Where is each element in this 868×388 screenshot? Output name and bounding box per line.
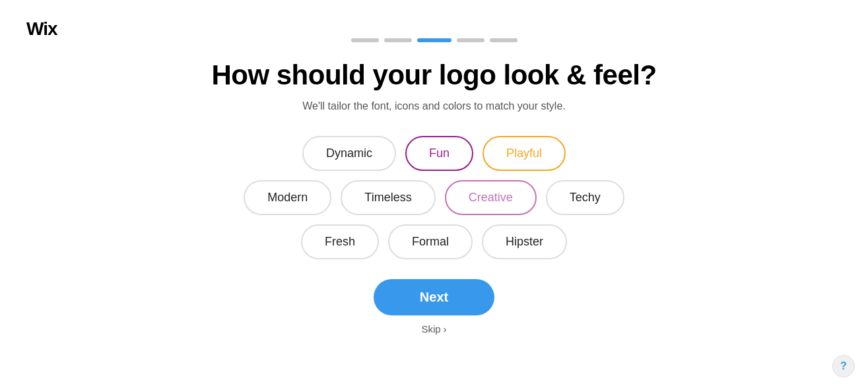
progress-step-1	[351, 38, 379, 42]
next-button[interactable]: Next	[374, 279, 494, 315]
progress-step-5	[490, 38, 517, 42]
options-row-1: Dynamic Fun Playful	[302, 136, 566, 171]
option-techy[interactable]: Techy	[546, 180, 624, 215]
option-timeless[interactable]: Timeless	[341, 180, 435, 215]
progress-step-3	[417, 38, 451, 42]
options-row-3: Fresh Formal Hipster	[301, 224, 567, 259]
option-formal[interactable]: Formal	[388, 224, 473, 259]
option-playful[interactable]: Playful	[483, 136, 566, 171]
option-dynamic[interactable]: Dynamic	[302, 136, 396, 171]
skip-link[interactable]: Skip ›	[421, 323, 446, 335]
option-modern[interactable]: Modern	[244, 180, 331, 215]
skip-label: Skip	[421, 323, 440, 335]
option-fresh[interactable]: Fresh	[301, 224, 379, 259]
options-row-2: Modern Timeless Creative Techy	[244, 180, 624, 215]
page-subtitle: We'll tailor the font, icons and colors …	[302, 100, 566, 112]
wix-logo: Wix	[26, 18, 57, 40]
option-hipster[interactable]: Hipster	[482, 224, 567, 259]
page-title: How should your logo look & feel?	[211, 59, 656, 91]
help-button[interactable]: ?	[832, 355, 855, 377]
main-content: How should your logo look & feel? We'll …	[0, 0, 868, 335]
option-creative[interactable]: Creative	[445, 180, 537, 215]
options-container: Dynamic Fun Playful Modern Timeless Crea…	[244, 136, 624, 259]
progress-bar	[351, 38, 517, 42]
progress-step-2	[384, 38, 412, 42]
skip-chevron-icon: ›	[444, 323, 447, 335]
progress-step-4	[457, 38, 484, 42]
option-fun[interactable]: Fun	[405, 136, 473, 171]
